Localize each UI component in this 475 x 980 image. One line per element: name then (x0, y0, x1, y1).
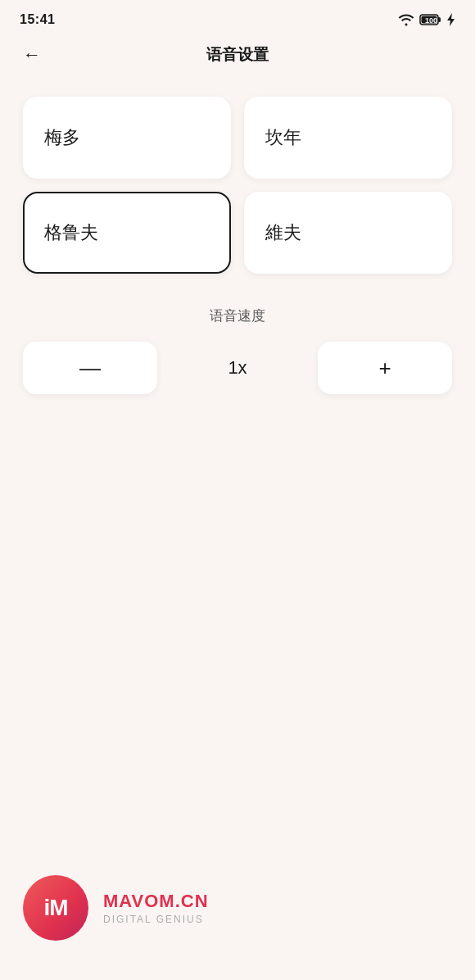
status-bar: 15:41 100 (0, 0, 475, 36)
speed-label: 语音速度 (23, 306, 452, 325)
speed-value: 1x (170, 357, 305, 379)
svg-rect-1 (438, 17, 441, 22)
logo-text-block: MAVOM.CN DIGITAL GENIUS (103, 891, 209, 925)
speed-decrease-button[interactable]: — (23, 342, 157, 394)
speed-increase-button[interactable]: + (318, 342, 452, 394)
wifi-icon (398, 13, 414, 26)
voice-option-weifu[interactable]: 維夫 (244, 192, 452, 274)
charging-icon (447, 13, 455, 26)
logo-sub-text: DIGITAL GENIUS (103, 914, 209, 925)
voice-options-grid: 梅多 坎年 格鲁夫 維夫 (0, 77, 475, 280)
footer: iM MAVOM.CN DIGITAL GENIUS (23, 875, 209, 941)
header: ← 语音设置 (0, 36, 475, 77)
logo-main-text: MAVOM.CN (103, 891, 209, 912)
status-time: 15:41 (20, 12, 55, 27)
voice-option-gelufu[interactable]: 格鲁夫 (23, 192, 231, 274)
back-button[interactable]: ← (23, 46, 41, 64)
voice-option-kannian[interactable]: 坎年 (244, 97, 452, 179)
speed-controls: — 1x + (23, 342, 452, 394)
speed-section: 语音速度 — 1x + (0, 280, 475, 407)
svg-text:100: 100 (425, 16, 437, 25)
status-icons: 100 (398, 13, 455, 26)
battery-icon: 100 (419, 13, 442, 26)
logo-circle: iM (23, 875, 88, 941)
page-title: 语音设置 (206, 44, 269, 66)
voice-option-meido[interactable]: 梅多 (23, 97, 231, 179)
